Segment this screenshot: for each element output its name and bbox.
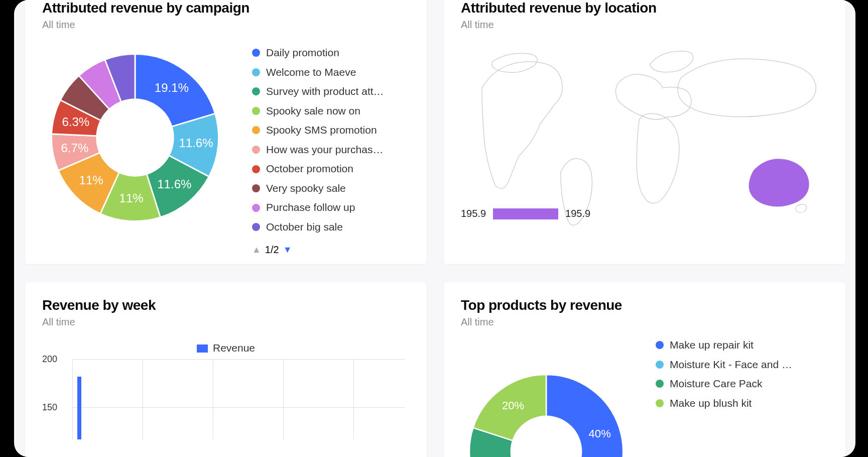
gridline: [72, 359, 73, 439]
gridline: [353, 359, 354, 439]
map-region-australia[interactable]: [749, 159, 809, 206]
legend-label: How was your purchas…: [266, 142, 383, 158]
slice-label: 11%: [79, 173, 103, 187]
slice-label: 11.6%: [179, 136, 213, 150]
legend-dot-icon: [656, 361, 664, 369]
bar[interactable]: [77, 377, 81, 439]
scale-min: 195.9: [461, 208, 486, 219]
card-title: Attributed revenue by campaign: [42, 0, 410, 16]
legend-dot-icon: [252, 204, 260, 212]
card-title: Attributed revenue by location: [461, 0, 828, 16]
legend-dot-icon: [656, 380, 664, 388]
donut-chart-products[interactable]: 40%20%: [461, 332, 632, 457]
legend-dot-icon: [252, 87, 260, 95]
legend-label: Welcome to Maeve: [266, 64, 356, 81]
slice-label: 6.3%: [62, 115, 89, 129]
legend-item[interactable]: Make up repair kit: [656, 337, 795, 354]
legend-label: Revenue: [213, 342, 255, 354]
legend-label: October big sale: [266, 219, 343, 236]
legend-dot-icon: [252, 126, 260, 134]
legend-dot-icon: [252, 49, 260, 57]
legend-item[interactable]: Daily promotion: [252, 45, 384, 61]
legend-dot-icon: [252, 146, 260, 154]
legend-dot-icon: [252, 223, 260, 231]
legend-pager: ▲ 1/2 ▼: [252, 244, 384, 256]
legend-label: Make up repair kit: [670, 337, 754, 354]
legend-label: Spooky SMS promotion: [266, 122, 377, 139]
legend-dot-icon: [656, 399, 664, 407]
gridline: [143, 359, 143, 439]
bar-chart-week[interactable]: 200 150: [42, 359, 410, 439]
map-scale: 195.9 195.9: [461, 208, 590, 219]
card-title: Top products by revenue: [461, 297, 828, 313]
gridline: [213, 359, 213, 439]
pager-text: 1/2: [265, 244, 279, 256]
scale-bar: [493, 208, 558, 219]
legend-item[interactable]: Moisture Care Pack: [656, 376, 795, 392]
donut-chart-campaign[interactable]: 19.1%11.6%11.6%11%11%6.7%6.3%: [42, 45, 228, 231]
legend-label: Daily promotion: [266, 45, 339, 61]
bar-legend: Revenue: [42, 342, 410, 354]
slice-label: 20%: [502, 399, 524, 412]
legend-dot-icon: [656, 341, 664, 349]
pager-prev-icon[interactable]: ▲: [252, 245, 261, 255]
card-revenue-by-campaign: ⤢ Attributed revenue by campaign All tim…: [25, 0, 427, 264]
legend-item[interactable]: Spooky sale now on: [252, 103, 384, 120]
legend-item[interactable]: Spooky SMS promotion: [252, 122, 384, 139]
legend-label: October promotion: [266, 161, 353, 177]
pager-next-icon[interactable]: ▼: [283, 245, 292, 255]
legend-dot-icon: [252, 184, 260, 192]
card-revenue-by-week: Revenue by week All time Revenue 200 150: [25, 282, 427, 457]
slice-label: 40%: [589, 427, 611, 440]
card-title: Revenue by week: [42, 297, 410, 313]
legend-label: Very spooky sale: [266, 180, 346, 197]
legend-item[interactable]: Survey with product att…: [252, 83, 384, 100]
card-subtitle: All time: [461, 19, 828, 31]
legend-label: Survey with product att…: [266, 83, 384, 100]
legend-label: Make up blush kit: [670, 395, 752, 412]
gridline: [72, 407, 405, 408]
legend-dot-icon: [252, 68, 260, 76]
slice-label: 6.7%: [61, 141, 88, 155]
legend-item[interactable]: Moisture Kit - Face and Body Care: [656, 357, 795, 373]
svg-point-0: [96, 98, 174, 176]
world-map[interactable]: [461, 40, 828, 225]
legend-item[interactable]: October promotion: [252, 161, 384, 177]
card-revenue-by-location: Attributed revenue by location All time: [444, 0, 845, 264]
legend-item[interactable]: Purchase follow up: [252, 199, 384, 216]
y-tick: 200: [42, 354, 57, 365]
slice-label: 11.6%: [157, 177, 191, 191]
legend-swatch: [197, 345, 208, 353]
scale-max: 195.9: [565, 208, 590, 219]
legend-label: Moisture Kit - Face and Body Care: [670, 357, 795, 373]
legend-item[interactable]: Make up blush kit: [656, 395, 795, 412]
legend-label: Purchase follow up: [266, 199, 355, 216]
y-tick: 150: [42, 402, 57, 413]
legend-campaign: Daily promotionWelcome to MaeveSurvey wi…: [252, 45, 384, 235]
dashboard-panel: ⤢ Attributed revenue by campaign All tim…: [14, 0, 855, 457]
legend-label: Spooky sale now on: [266, 103, 360, 120]
slice-label: 11%: [119, 191, 144, 205]
gridline: [283, 359, 284, 439]
legend-item[interactable]: Very spooky sale: [252, 180, 384, 197]
legend-item[interactable]: How was your purchas…: [252, 142, 384, 158]
card-top-products: Top products by revenue All time 40%20% …: [444, 282, 845, 457]
legend-label: Moisture Care Pack: [670, 376, 762, 392]
legend-item[interactable]: Welcome to Maeve: [252, 64, 384, 81]
legend-item[interactable]: October big sale: [252, 219, 384, 236]
legend-dot-icon: [252, 165, 260, 173]
slice-label: 19.1%: [155, 81, 189, 94]
card-subtitle: All time: [42, 19, 410, 31]
card-subtitle: All time: [42, 316, 410, 328]
card-subtitle: All time: [461, 316, 828, 328]
gridline: [72, 359, 405, 360]
legend-dot-icon: [252, 107, 260, 115]
legend-products: Make up repair kitMoisture Kit - Face an…: [656, 337, 795, 457]
